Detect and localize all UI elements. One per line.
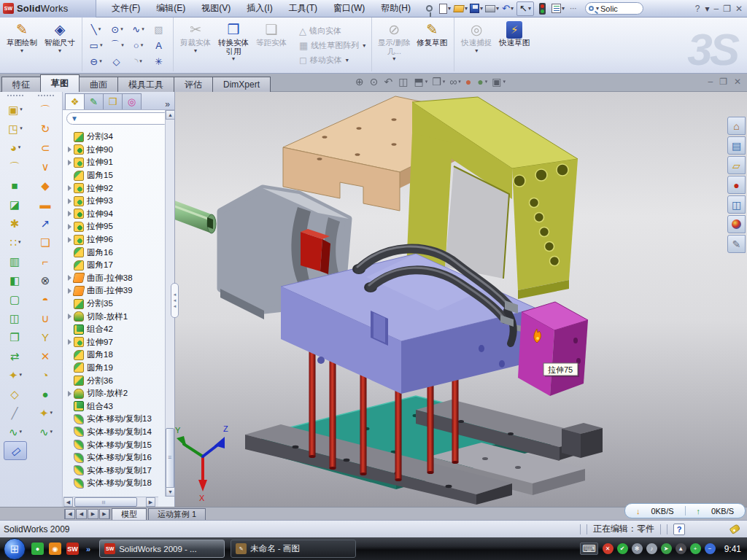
tray-icon[interactable]: +: [690, 543, 701, 554]
manager-tab[interactable]: ❖: [65, 93, 85, 109]
toolbar-icon-button[interactable]: ⌐: [34, 252, 58, 271]
help-button[interactable]: ?: [695, 4, 700, 14]
tree-item[interactable]: 分割35: [64, 298, 165, 311]
toolbar-icon-button[interactable]: ✦ ▾: [4, 365, 27, 384]
tree-item[interactable]: 组合42: [64, 323, 165, 336]
help-dropdown-icon[interactable]: ▾: [705, 4, 709, 14]
restore-button[interactable]: ❐: [723, 4, 731, 14]
taskbar-window-button[interactable]: ✎ 未命名 - 画图: [231, 540, 356, 558]
graphics-viewport[interactable]: 拉伸75 X Y Z ◂◂◂ ⌂ ▤ ▱: [175, 92, 747, 507]
toolbar-icon-button[interactable]: Y: [34, 327, 58, 346]
tree-item[interactable]: 切除-放样1: [64, 310, 165, 323]
manager-tab[interactable]: ◎: [122, 93, 142, 109]
toolbar-icon-button[interactable]: ∿ ▾: [34, 422, 58, 441]
prev-tab-button[interactable]: ◀: [76, 509, 87, 519]
hud-icon-button[interactable]: ●: [465, 76, 473, 88]
expander-arrow[interactable]: [66, 237, 74, 243]
undo-button[interactable]: ↶▾: [501, 1, 514, 16]
tree-item[interactable]: 拉伸96: [64, 233, 165, 246]
model-canvas[interactable]: 拉伸75 X Y Z: [175, 92, 726, 505]
pin-icon[interactable]: [423, 1, 436, 16]
menu-item[interactable]: 插入(I): [239, 0, 280, 17]
task-pane-tab[interactable]: ▤: [727, 136, 746, 155]
manager-tab[interactable]: ✎: [84, 93, 104, 109]
hud-icon-button[interactable]: ∞ ▾: [449, 76, 461, 88]
sketch-entity-button[interactable]: A: [149, 37, 170, 53]
doc-minimize-button[interactable]: –: [708, 77, 713, 87]
scroll-down-arrow[interactable]: ▼: [166, 487, 175, 497]
toolbar-icon-button[interactable]: ⊗: [34, 271, 58, 289]
ribbon-button[interactable]: ✂ 剪裁实体 ▾: [177, 20, 214, 71]
command-tab[interactable]: 曲面: [79, 77, 118, 92]
expander-arrow[interactable]: [66, 314, 74, 319]
last-tab-button[interactable]: ▶: [99, 509, 110, 519]
toolbar-icon-button[interactable]: ▢: [4, 289, 27, 308]
tree-item[interactable]: 圆角18: [64, 349, 165, 362]
ribbon-button[interactable]: ⊘ 显示/删除几... ▾: [375, 20, 413, 71]
tree-item[interactable]: 曲面-拉伸39: [64, 284, 165, 298]
sketch-entity-button[interactable]: ▭ ▾: [85, 37, 107, 53]
tree-horizontal-scrollbar[interactable]: ◀ ▶: [63, 497, 158, 507]
select-button[interactable]: ↖▾: [516, 1, 534, 16]
sketch-entity-button[interactable]: ◇: [107, 53, 128, 69]
search-box[interactable]: ▾: [585, 2, 643, 15]
sketch-entity-button[interactable]: ⌒ ▾: [107, 37, 128, 53]
toolbar-icon-button[interactable]: ⌒: [34, 100, 58, 119]
sketch-entity-button[interactable]: ▧: [149, 21, 170, 37]
command-tab[interactable]: 特征: [1, 77, 41, 92]
toolbar-icon-button[interactable]: ∪: [34, 308, 58, 327]
command-tab[interactable]: 草图: [40, 74, 80, 92]
ribbon-small-button[interactable]: △ 镜向实体: [296, 24, 368, 38]
model-part-guide-cylinder[interactable]: [175, 197, 216, 233]
menu-item[interactable]: 编辑(E): [148, 0, 193, 17]
new-document-button[interactable]: ▾: [438, 1, 452, 16]
toolbar-icon-button[interactable]: ▣ ▾: [4, 100, 27, 119]
minimize-button[interactable]: –: [713, 4, 719, 14]
ribbon-button[interactable]: ✎ 草图绘制 ▾: [3, 20, 41, 71]
taskbar-clock[interactable]: 9:41: [724, 544, 741, 554]
tray-icon[interactable]: ♪: [646, 543, 657, 554]
sketch-entity-button[interactable]: ⊖ ▾: [85, 53, 107, 69]
tree-item[interactable]: 圆角16: [64, 246, 165, 259]
ribbon-button[interactable]: ❏ 等距实体: [252, 20, 290, 71]
tray-icon[interactable]: ✕: [603, 543, 614, 554]
sketch-entity-button[interactable]: ○ ▾: [128, 37, 149, 53]
tree-item[interactable]: 实体-移动/复制17: [64, 464, 165, 477]
scroll-right-arrow[interactable]: ▶: [146, 497, 155, 507]
scrollbar-thumb[interactable]: [74, 497, 137, 507]
quick-launch-chevron[interactable]: »: [86, 545, 90, 553]
tree-item[interactable]: 实体-移动/复制15: [64, 438, 165, 451]
tray-icon[interactable]: −: [705, 543, 716, 554]
tray-icon[interactable]: ✻: [632, 543, 643, 554]
toolbar-icon-button[interactable]: ∨: [34, 157, 58, 176]
quick-launch-icon[interactable]: ◉: [49, 542, 61, 555]
toolbar-icon-button[interactable]: ◔: [34, 365, 58, 384]
tray-icon[interactable]: ✔: [617, 543, 628, 554]
hud-icon-button[interactable]: ◫: [398, 76, 409, 88]
toolbar-icon-button[interactable]: ◧: [4, 271, 27, 289]
task-pane-tab[interactable]: ▱: [727, 156, 746, 174]
tree-item[interactable]: 切除-放样2: [64, 387, 165, 400]
toolbar-icon-button[interactable]: ⇄: [4, 346, 27, 365]
tree-item[interactable]: 实体-移动/复制14: [64, 426, 165, 439]
toolbar-icon-button[interactable]: ✕: [34, 346, 58, 365]
doc-restore-button[interactable]: ❐: [719, 77, 727, 87]
toolbar-icon-button[interactable]: ╱: [4, 403, 27, 422]
print-button[interactable]: ▾: [485, 1, 499, 16]
menu-item[interactable]: 文件(F): [104, 0, 148, 17]
options-button[interactable]: ▾: [551, 1, 565, 16]
command-tab[interactable]: DimXpert: [212, 77, 271, 92]
task-pane-tab[interactable]: ⌂: [727, 117, 746, 135]
tree-item[interactable]: 拉伸92: [64, 182, 165, 195]
expander-arrow[interactable]: [66, 147, 74, 152]
expander-arrow[interactable]: [66, 211, 74, 217]
measure-button[interactable]: ▭: [4, 441, 27, 460]
tree-item[interactable]: 拉伸94: [64, 208, 165, 221]
tag-icon[interactable]: [729, 524, 741, 534]
toolbar-icon-button[interactable]: ◫: [4, 308, 27, 327]
tree-item[interactable]: 实体-移动/复制18: [64, 477, 165, 490]
manager-more-chevron[interactable]: »: [165, 99, 174, 109]
sketch-entity-button[interactable]: ◝ ▾: [128, 53, 149, 69]
task-pane-tab[interactable]: ✎: [727, 235, 746, 253]
manager-tab[interactable]: ❒: [103, 93, 123, 109]
